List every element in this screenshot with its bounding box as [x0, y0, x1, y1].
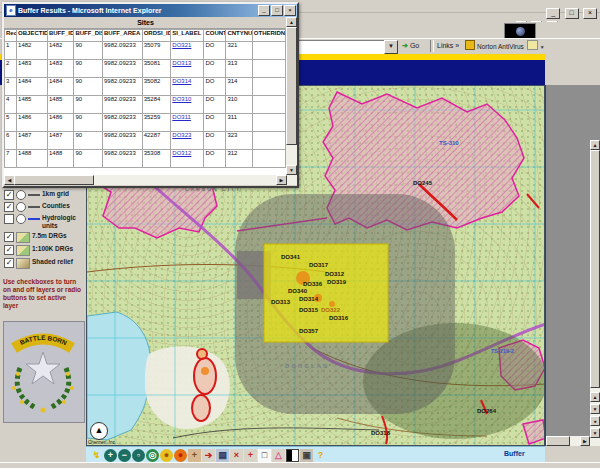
stop-tool[interactable]: ● [174, 449, 187, 462]
active-mode-label: Buffer [504, 450, 525, 457]
cell-ordsi-id: 35079 [142, 42, 171, 60]
zoom-box-tool[interactable]: ▫ [132, 449, 145, 462]
layer-checkbox[interactable] [4, 214, 14, 224]
maximize-icon[interactable]: □ [565, 8, 579, 19]
cell-buff-id: 1488 [47, 150, 73, 168]
cell-rec: 4 [5, 96, 17, 114]
layer-row: Counties [2, 202, 86, 212]
measure-tool[interactable]: + [244, 449, 257, 462]
pan-direction-tool[interactable]: ➔ [202, 449, 215, 462]
popup-vertical-scrollbar[interactable]: ▲ ▼ [286, 17, 297, 175]
cell-buff-area: 9982.09233 [103, 150, 143, 168]
layer-radio[interactable] [16, 202, 26, 212]
table-title: Sites [4, 17, 287, 29]
cell-buff-dist: 90 [74, 96, 103, 114]
scroll-up-icon[interactable]: ▲ [590, 392, 600, 402]
scroll-down-icon[interactable]: ▼ [286, 165, 297, 175]
zoom-out-tool[interactable]: − [118, 449, 131, 462]
site-link[interactable]: DO312 [172, 150, 191, 156]
site-link[interactable]: DO310 [172, 96, 191, 102]
column-header: Rec [5, 30, 17, 42]
close-icon[interactable]: × [583, 8, 597, 19]
site-link[interactable]: DO323 [172, 132, 191, 138]
hotlink-tool[interactable]: × [230, 449, 243, 462]
scroll-page-icon[interactable]: ● [590, 416, 600, 426]
cell-ordsi-id: 35308 [142, 150, 171, 168]
layer-checkbox[interactable] [4, 245, 14, 255]
map-label: DO322 [321, 307, 340, 313]
cell-cntynum: 311 [226, 114, 252, 132]
scroll-right-icon[interactable]: ▶ [276, 175, 287, 185]
close-icon[interactable]: × [284, 5, 296, 16]
cell-otheridnum [252, 96, 285, 114]
popup-titlebar[interactable]: e Buffer Results - Microsoft Internet Ex… [4, 4, 297, 17]
scroll-down-icon[interactable]: ▼ [590, 404, 600, 414]
site-link[interactable]: DO321 [172, 42, 191, 48]
table-row: 4 1485 1485 90 9982.09233 35284 DO310 DO… [5, 96, 288, 114]
norton-dropdown-icon[interactable]: ▼ [540, 44, 545, 50]
layer-checkbox[interactable] [4, 232, 14, 242]
ie-document-icon: e [6, 5, 16, 16]
print-tool[interactable]: ▣ [300, 449, 313, 462]
layer-checkbox[interactable] [4, 258, 14, 268]
select-box-tool[interactable]: □ [258, 449, 271, 462]
site-link[interactable]: DO313 [172, 60, 191, 66]
legend-tool[interactable] [286, 449, 299, 462]
vertical-scrollbar[interactable]: ▲ ▲ ▼ ● ▼ [590, 140, 600, 446]
map-label: DO340 [288, 288, 307, 294]
cell-county: DO [204, 60, 226, 78]
pan-tool[interactable]: + [188, 449, 201, 462]
horizontal-scrollbar[interactable]: ▶ [546, 436, 590, 446]
map-label: DO245 [413, 180, 432, 186]
layer-checkbox[interactable] [4, 202, 14, 212]
zoom-in-tool[interactable]: + [104, 449, 117, 462]
scroll-up-icon[interactable]: ▲ [286, 17, 297, 27]
column-header: BUFF_DIST [74, 30, 103, 42]
cell-buff-dist: 90 [74, 78, 103, 96]
zoom-full-extent-tool[interactable]: ◎ [146, 449, 159, 462]
norton-antivirus-button[interactable]: Norton AntiVirus▼ [465, 40, 545, 52]
cell-buff-dist: 90 [74, 60, 103, 78]
cell-si-label: DO314 [171, 78, 204, 96]
layer-checkbox[interactable] [4, 190, 14, 200]
links-button[interactable]: Links » [437, 40, 459, 52]
scroll-right-icon[interactable]: ▶ [580, 436, 590, 446]
scrollbar-thumb[interactable] [286, 27, 297, 145]
map-label: TS-310 [439, 140, 459, 146]
restore-icon[interactable]: □ [271, 5, 283, 16]
map-label: DO315 [299, 307, 318, 313]
help-tool[interactable]: ? [314, 449, 327, 462]
go-button[interactable]: ➔Go [402, 40, 419, 52]
cell-buff-id: 1486 [47, 114, 73, 132]
scrollbar-thumb[interactable] [546, 436, 570, 446]
layer-label: 7.5m DRGs [32, 232, 67, 240]
map-label: TS-219-2 [491, 348, 514, 354]
norton-shield-icon [465, 40, 475, 50]
cell-buff-area: 9982.09233 [103, 114, 143, 132]
refresh-tool[interactable]: ↯ [90, 449, 103, 462]
zoom-active-layer-tool[interactable]: ● [160, 449, 173, 462]
cell-cntynum: 323 [226, 132, 252, 150]
layer-label: Counties [42, 202, 70, 210]
scroll-up-icon[interactable]: ▲ [590, 140, 600, 150]
layer-swatch-icon [28, 190, 40, 199]
site-link[interactable]: DO314 [172, 78, 191, 84]
cell-buff-area: 9982.09233 [103, 42, 143, 60]
cell-rec: 3 [5, 78, 17, 96]
popup-horizontal-scrollbar[interactable]: ◀ ▶ [4, 175, 297, 185]
scrollbar-thumb[interactable] [14, 175, 94, 185]
identify-tool[interactable]: ▤ [216, 449, 229, 462]
scroll-down-icon[interactable]: ▼ [590, 428, 600, 438]
draw-tool[interactable]: △ [272, 449, 285, 462]
cell-si-label: DO311 [171, 114, 204, 132]
layer-swatch-icon [28, 202, 40, 211]
column-header: COUNTY [204, 30, 226, 42]
site-link[interactable]: DO311 [172, 114, 191, 120]
layer-radio[interactable] [16, 214, 26, 224]
cell-rec: 5 [5, 114, 17, 132]
scrollbar-thumb[interactable] [590, 150, 600, 388]
layer-row: Shaded relief [2, 258, 86, 269]
minimize-icon[interactable]: _ [258, 5, 270, 16]
address-dropdown-icon[interactable]: ▼ [384, 40, 398, 54]
layer-radio[interactable] [16, 190, 26, 200]
